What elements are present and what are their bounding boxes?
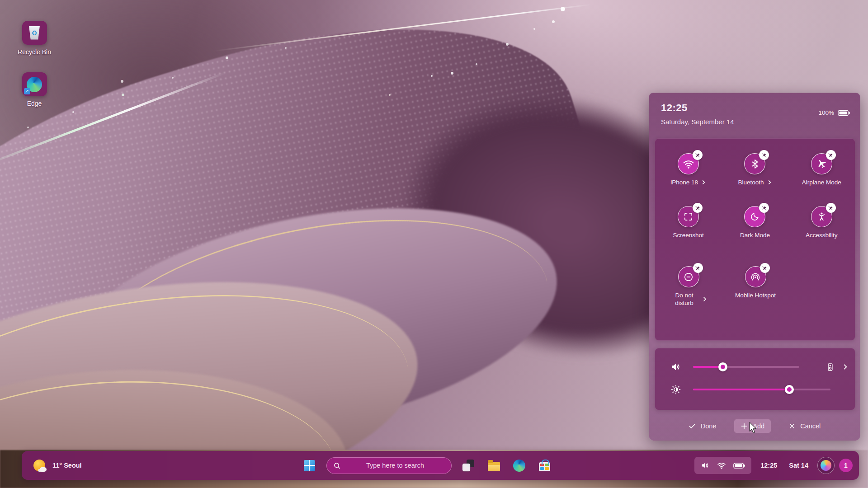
- close-icon: [789, 423, 795, 429]
- tile-screenshot[interactable]: Screenshot: [655, 206, 722, 239]
- edge-tile[interactable]: ↗: [22, 72, 47, 96]
- edge-button[interactable]: [510, 455, 528, 475]
- panel-date: Saturday, September 14: [661, 118, 734, 126]
- tile-label: Do not disturb: [670, 291, 699, 307]
- hotspot-icon: [750, 272, 761, 282]
- unpin-button[interactable]: [759, 150, 769, 160]
- recycle-bin-tile[interactable]: ♻: [22, 21, 47, 45]
- unpin-icon: [762, 265, 768, 271]
- brightness-slider-row: [655, 379, 855, 400]
- tile-label: Dark Mode: [740, 231, 770, 239]
- weather-icon: [33, 460, 45, 471]
- add-button[interactable]: Add: [734, 419, 771, 433]
- store-icon: [539, 462, 550, 471]
- brightness-slider[interactable]: [693, 389, 830, 390]
- search-input[interactable]: [345, 462, 445, 469]
- chevron-right-icon[interactable]: [702, 296, 708, 302]
- notification-badge[interactable]: 1: [839, 459, 853, 472]
- unpin-button[interactable]: [693, 203, 703, 213]
- tray-time: 12:25: [760, 462, 777, 469]
- moon-icon: [750, 211, 760, 222]
- start-button[interactable]: [300, 455, 318, 475]
- tile-accessibility[interactable]: Accessbility: [788, 206, 855, 239]
- tile-iphone18[interactable]: iPhone 18: [655, 153, 722, 186]
- unpin-icon: [695, 152, 701, 158]
- edit-buttons-row: Done Add Cancel: [649, 418, 860, 435]
- tile-label: Mobile Hotspot: [735, 291, 776, 299]
- cancel-button[interactable]: Cancel: [783, 419, 827, 433]
- chevron-right-icon[interactable]: [767, 180, 772, 185]
- unpin-icon: [761, 152, 767, 158]
- unpin-button[interactable]: [760, 263, 770, 273]
- volume-slider-row: [655, 357, 855, 377]
- plus-icon: [741, 422, 748, 430]
- unpin-icon: [828, 205, 834, 211]
- desktop-icon-label: Recycle Bin: [18, 48, 51, 56]
- tile-label: iPhone 18: [670, 178, 698, 186]
- battery-percent: 100%: [818, 109, 834, 116]
- speaker-icon: [701, 461, 710, 470]
- quick-settings-tiles-card: iPhone 18 Bluetooth Airplane: [655, 138, 855, 341]
- do-not-disturb-icon: [683, 272, 694, 282]
- search-icon: [333, 462, 341, 469]
- tile-bluetooth[interactable]: Bluetooth: [722, 153, 788, 186]
- unpin-button[interactable]: [693, 150, 703, 160]
- file-explorer-button[interactable]: [485, 455, 502, 475]
- airplane-icon: [814, 157, 829, 171]
- brightness-icon[interactable]: [670, 384, 682, 395]
- tray-date: Sat 14: [789, 462, 808, 469]
- tile-dark-mode[interactable]: Dark Mode: [722, 206, 788, 239]
- quick-settings-sliders-card: [655, 348, 855, 410]
- tile-mobile-hotspot[interactable]: Mobile Hotspot: [722, 266, 789, 307]
- copilot-button[interactable]: [817, 457, 835, 474]
- panel-battery: 100%: [818, 109, 850, 116]
- tray-clock[interactable]: 12:25 Sat 14: [756, 462, 813, 469]
- quick-settings-panel: 12:25 Saturday, September 14 100% iPhone…: [649, 93, 860, 441]
- audio-output-icon[interactable]: [826, 362, 835, 372]
- edge-icon: [513, 460, 525, 472]
- tile-airplane-mode[interactable]: Airplane Mode: [788, 153, 855, 186]
- desktop-icon-recycle-bin[interactable]: ♻ Recycle Bin: [9, 21, 59, 56]
- copilot-icon: [821, 460, 831, 471]
- chevron-right-icon[interactable]: [701, 180, 706, 185]
- battery-icon: [838, 110, 850, 116]
- wallpaper-sparkles: [0, 0, 2, 2]
- store-button[interactable]: [536, 455, 553, 475]
- panel-clock: 12:25: [661, 102, 688, 114]
- weather-text: 11° Seoul: [52, 462, 82, 469]
- windows-logo-icon: [304, 460, 315, 471]
- task-view-icon: [462, 460, 474, 471]
- weather-widget[interactable]: 11° Seoul: [28, 451, 87, 480]
- unpin-icon: [695, 205, 701, 211]
- wifi-icon: [717, 461, 726, 470]
- taskbar-search[interactable]: [326, 457, 452, 474]
- desktop-icon-edge[interactable]: ↗ Edge: [9, 72, 59, 107]
- brightness-slider-thumb[interactable]: [785, 385, 794, 394]
- taskbar: 11° Seoul 12:25 Sat 14: [22, 451, 859, 480]
- unpin-icon: [761, 205, 767, 211]
- recycle-bin-icon: ♻: [28, 26, 40, 40]
- desktop-icon-label: Edge: [27, 100, 42, 107]
- volume-slider-thumb[interactable]: [718, 362, 727, 371]
- unpin-button[interactable]: [826, 203, 836, 213]
- tile-do-not-disturb[interactable]: Do not disturb: [655, 266, 722, 307]
- unpin-button[interactable]: [826, 150, 836, 160]
- screenshot-icon: [683, 211, 693, 222]
- unpin-icon: [695, 265, 701, 271]
- unpin-button[interactable]: [693, 263, 703, 273]
- accessibility-icon: [816, 211, 827, 222]
- battery-icon: [733, 463, 745, 469]
- unpin-button[interactable]: [759, 203, 769, 213]
- tile-label: Bluetooth: [738, 178, 764, 186]
- volume-slider[interactable]: [693, 366, 799, 368]
- speaker-icon[interactable]: [670, 361, 682, 372]
- tile-label: Accessbility: [806, 231, 838, 239]
- shortcut-arrow-icon: ↗: [24, 88, 30, 94]
- bluetooth-icon: [750, 159, 760, 169]
- done-button[interactable]: Done: [682, 419, 723, 433]
- tile-label: Airplane Mode: [802, 178, 841, 186]
- unpin-icon: [828, 152, 834, 158]
- system-tray-group[interactable]: [694, 457, 751, 474]
- task-view-button[interactable]: [460, 455, 477, 475]
- chevron-right-icon[interactable]: [842, 364, 849, 370]
